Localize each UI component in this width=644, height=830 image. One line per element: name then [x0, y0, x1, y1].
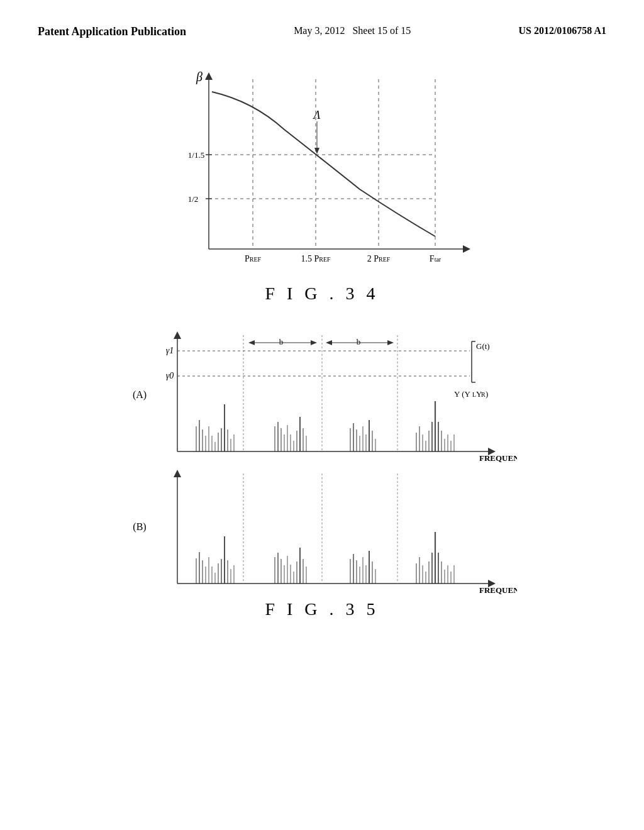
patent-number: US 2012/0106758 A1: [518, 25, 606, 36]
fig35-charts: (A) γ1 γ0 G(t) b: [127, 329, 517, 593]
svg-text:1.5 PREF: 1.5 PREF: [301, 254, 331, 263]
fig34-chart: β 1/1.5 1/2 PREF 1.5 PREF: [158, 64, 486, 277]
svg-text:Y (Y: Y (Y: [454, 389, 470, 399]
fig34-label: F I G . 3 4: [265, 284, 379, 304]
sheet-info: Sheet 15 of 15: [352, 25, 411, 36]
fig35-container: (A) γ1 γ0 G(t) b: [118, 329, 526, 619]
svg-text:1/2: 1/2: [188, 194, 199, 204]
svg-text:2 PREF: 2 PREF: [367, 254, 391, 263]
svg-text:FREQUENCY: FREQUENCY: [479, 453, 517, 463]
page-header: Patent Application Publication May 3, 20…: [0, 0, 644, 51]
main-content: β 1/1.5 1/2 PREF 1.5 PREF: [0, 51, 644, 632]
publication-date: May 3, 2012: [294, 25, 345, 36]
svg-text:Λ: Λ: [313, 109, 321, 121]
svg-text:γ1: γ1: [166, 346, 174, 355]
svg-text:FREQUENCY: FREQUENCY: [479, 585, 517, 595]
svg-text:(A): (A): [133, 389, 147, 401]
svg-text:): ): [486, 389, 488, 399]
fig34-container: β 1/1.5 1/2 PREF 1.5 PREF: [133, 64, 511, 304]
svg-marker-2: [205, 72, 213, 80]
fig35-label: F I G . 3 5: [265, 599, 379, 619]
svg-marker-41: [311, 340, 317, 345]
svg-text:1/1.5: 1/1.5: [188, 150, 204, 160]
svg-text:b: b: [279, 337, 284, 346]
svg-marker-44: [326, 340, 332, 345]
svg-text:Ftar: Ftar: [430, 254, 441, 263]
svg-text:b: b: [357, 337, 361, 346]
svg-text:γ0: γ0: [166, 371, 174, 380]
svg-text:β: β: [196, 70, 203, 84]
svg-marker-100: [174, 470, 181, 477]
publication-title: Patent Application Publication: [38, 25, 186, 38]
svg-text:G(t): G(t): [476, 341, 490, 351]
svg-marker-24: [174, 331, 181, 339]
svg-marker-40: [248, 340, 255, 345]
svg-text:PREF: PREF: [245, 254, 262, 263]
header-center: May 3, 2012 Sheet 15 of 15: [294, 25, 411, 36]
svg-text:(B): (B): [133, 521, 146, 533]
svg-marker-3: [463, 245, 470, 253]
svg-marker-45: [387, 340, 394, 345]
svg-text:R: R: [481, 391, 486, 398]
